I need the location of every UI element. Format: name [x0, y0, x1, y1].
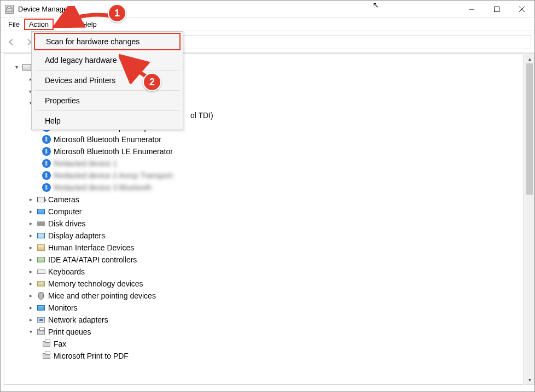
printer-icon	[42, 351, 51, 361]
scroll-down-icon[interactable]: ▾	[525, 375, 534, 384]
computer-icon	[22, 62, 32, 72]
tree-item-redacted[interactable]: ᛒ Redacted device 3 Bluetooth	[4, 182, 523, 194]
bluetooth-icon: ᛒ	[42, 183, 51, 192]
tree-category-display[interactable]: ▸ Display adapters	[4, 230, 523, 242]
back-button[interactable]	[4, 34, 19, 50]
chevron-right-icon[interactable]: ▸	[26, 243, 35, 252]
dd-separator-1	[35, 70, 179, 71]
tree-category-network[interactable]: ▸ Network adapters	[4, 314, 523, 326]
tree-item-label: Cameras	[48, 194, 79, 206]
tree-item-label: IDE ATA/ATAPI controllers	[48, 254, 137, 266]
memory-icon	[36, 279, 46, 289]
annotation-badge-2: 2	[143, 73, 161, 91]
chevron-right-icon[interactable]: ▸	[26, 303, 35, 312]
window-title: Device Manager	[18, 5, 70, 13]
keyboard-icon	[36, 267, 46, 277]
dd-help[interactable]: Help	[32, 112, 183, 130]
tree-item-label: Human Interface Devices	[48, 242, 134, 254]
chevron-right-icon[interactable]: ▸	[26, 255, 35, 264]
dd-separator-3	[35, 110, 179, 111]
network-icon	[36, 315, 46, 325]
menu-view[interactable]: View	[54, 19, 78, 30]
tree-item-redacted[interactable]: ᛒ Redacted device 1	[4, 157, 523, 169]
tree-item-label: Microsoft Print to PDF	[54, 350, 129, 362]
chevron-right-icon[interactable]: ▸	[26, 279, 35, 288]
tree-category-cameras[interactable]: ▸ Cameras	[4, 194, 523, 206]
tree-item-label: Keyboards	[48, 266, 85, 278]
ide-icon	[36, 255, 46, 265]
tree-item-label: Display adapters	[48, 230, 105, 242]
minimize-button[interactable]	[459, 1, 484, 18]
chevron-right-icon[interactable]: ▸	[26, 291, 35, 300]
menu-file[interactable]: File	[4, 19, 24, 30]
app-icon	[5, 5, 14, 14]
tree-category-keyboards[interactable]: ▸ Keyboards	[4, 266, 523, 278]
tree-item-label: Print queues	[48, 326, 91, 338]
chevron-right-icon[interactable]: ▸	[26, 219, 35, 228]
tree-item-label: Microsoft Bluetooth Enumerator	[54, 133, 161, 145]
chevron-right-icon[interactable]: ▸	[26, 315, 35, 324]
titlebar: Device Manager	[1, 1, 534, 18]
monitor-icon	[36, 303, 46, 313]
printer-icon	[42, 339, 51, 349]
svg-rect-3	[495, 7, 499, 11]
tree-item-label: Fax	[54, 338, 66, 350]
menu-help[interactable]: Help	[78, 19, 101, 30]
tree-item-label: Redacted device 2 Avrcp Transport	[54, 169, 173, 182]
tree-item-label: Redacted device 3 Bluetooth	[54, 182, 152, 194]
dd-separator-2	[35, 90, 179, 91]
display-icon	[36, 231, 46, 241]
chevron-right-icon[interactable]: ▸	[26, 195, 35, 204]
tree-item-label: Computer	[48, 206, 82, 218]
maximize-button[interactable]	[484, 1, 509, 18]
mouse-icon	[36, 291, 46, 301]
camera-icon	[36, 195, 46, 204]
tree-item-fax[interactable]: Fax	[4, 338, 523, 350]
tree-item-redacted[interactable]: ᛒ Redacted device 2 Avrcp Transport	[4, 169, 523, 182]
tree-category-printqueues[interactable]: ▾ Print queues	[4, 326, 523, 338]
bluetooth-icon: ᛒ	[42, 171, 51, 180]
tree-category-mice[interactable]: ▸ Mice and other pointing devices	[4, 290, 523, 302]
tree-category-memory[interactable]: ▸ Memory technology devices	[4, 278, 523, 290]
tree-item-label: Monitors	[48, 302, 78, 314]
tree-item[interactable]: ᛒ Microsoft Bluetooth LE Enumerator	[4, 145, 523, 157]
chevron-down-icon[interactable]: ▾	[26, 327, 35, 336]
tree-category-hid[interactable]: ▸ Human Interface Devices	[4, 242, 523, 254]
close-button[interactable]	[509, 1, 534, 18]
tree-item-label: ol TDI)	[190, 109, 213, 121]
scroll-thumb[interactable]	[526, 63, 533, 195]
annotation-badge-1: 1	[108, 4, 126, 22]
tree-item-label: Mice and other pointing devices	[48, 290, 156, 302]
dd-properties[interactable]: Properties	[32, 92, 183, 109]
scroll-up-icon[interactable]: ▴	[525, 54, 534, 63]
dd-add-legacy[interactable]: Add legacy hardware	[32, 51, 183, 69]
tree-category-disk[interactable]: ▸ Disk drives	[4, 218, 523, 230]
menu-action[interactable]: Action	[24, 19, 54, 30]
chevron-down-icon[interactable]: ▾	[12, 63, 21, 72]
chevron-right-icon[interactable]: ▸	[26, 231, 35, 240]
disk-icon	[36, 219, 46, 229]
menubar: File Action View Help	[1, 18, 534, 31]
chevron-right-icon[interactable]: ▸	[26, 267, 35, 276]
dd-scan-hardware[interactable]: Scan for hardware changes	[34, 33, 181, 50]
tree-item-label: Disk drives	[48, 218, 85, 230]
svg-rect-1	[8, 7, 11, 8]
tree-item-label: Network adapters	[48, 314, 108, 326]
cursor-glyph: ↖	[373, 1, 379, 9]
tree-item-label: Redacted device 1	[54, 157, 117, 169]
tree-category-ide[interactable]: ▸ IDE ATA/ATAPI controllers	[4, 254, 523, 266]
tree-category-monitors[interactable]: ▸ Monitors	[4, 302, 523, 314]
bluetooth-icon: ᛒ	[42, 134, 51, 144]
tree-item-label: Microsoft Bluetooth LE Enumerator	[54, 145, 173, 157]
chevron-right-icon[interactable]: ▸	[26, 207, 35, 216]
hid-icon	[36, 243, 46, 253]
bluetooth-icon: ᛒ	[42, 147, 51, 156]
tree-item-label: Memory technology devices	[48, 278, 143, 290]
tree-item-ms-pdf[interactable]: Microsoft Print to PDF	[4, 350, 523, 362]
monitor-icon	[36, 207, 46, 217]
printer-icon	[36, 327, 46, 337]
tree-item[interactable]: ᛒ Microsoft Bluetooth Enumerator	[4, 133, 523, 145]
vertical-scrollbar[interactable]: ▴ ▾	[525, 53, 534, 385]
bluetooth-icon: ᛒ	[42, 159, 51, 168]
tree-category-computer[interactable]: ▸ Computer	[4, 206, 523, 218]
